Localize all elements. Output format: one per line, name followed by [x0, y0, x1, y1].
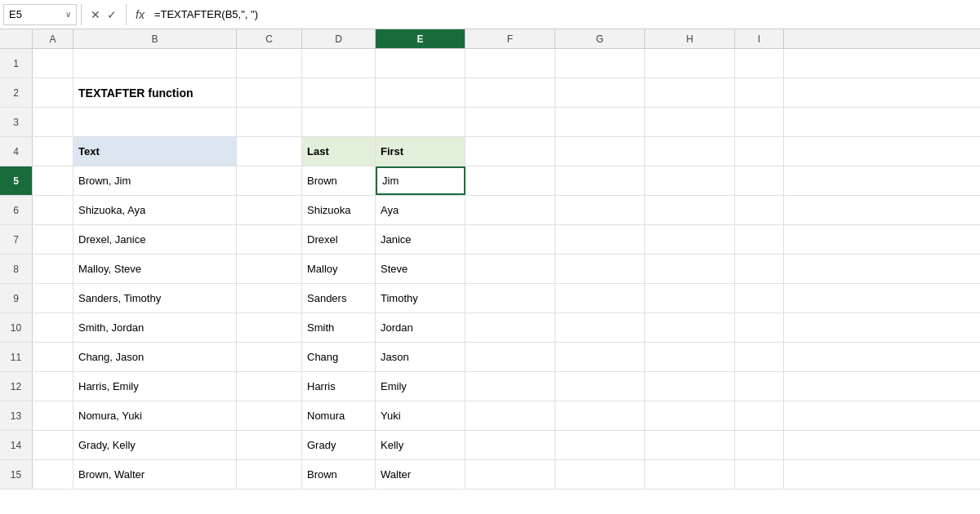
cell-h6[interactable] [645, 196, 735, 224]
cell-g7[interactable] [555, 225, 645, 254]
cell-f6[interactable] [466, 196, 555, 224]
col-header-f[interactable]: F [466, 29, 555, 48]
cell-i5[interactable] [735, 166, 784, 195]
cell-c4[interactable] [237, 137, 302, 166]
cell-e7[interactable]: Janice [376, 225, 466, 254]
cell-d10[interactable]: Smith [302, 313, 376, 342]
cell-a1[interactable] [33, 49, 74, 78]
cell-c7[interactable] [237, 225, 302, 254]
row-header-12[interactable]: 12 [0, 372, 33, 401]
cell-b6[interactable]: Shizuoka, Aya [74, 196, 237, 224]
cell-a14[interactable] [33, 431, 74, 459]
cell-i8[interactable] [735, 255, 784, 283]
row-header-7[interactable]: 7 [0, 225, 33, 254]
cell-i14[interactable] [735, 431, 784, 459]
cell-g13[interactable] [555, 401, 645, 430]
cell-e6[interactable]: Aya [376, 196, 466, 224]
cell-h13[interactable] [645, 401, 735, 430]
cell-f9[interactable] [466, 284, 555, 312]
cell-f2[interactable] [466, 78, 555, 107]
cell-a8[interactable] [33, 255, 74, 283]
col-header-a[interactable]: A [33, 29, 74, 48]
cell-e5[interactable]: Jim [376, 166, 466, 195]
cell-b13[interactable]: Nomura, Yuki [74, 401, 237, 430]
col-header-i[interactable]: I [735, 29, 784, 48]
cell-h1[interactable] [645, 49, 735, 78]
cell-e15[interactable]: Walter [376, 460, 466, 489]
cell-c13[interactable] [237, 401, 302, 430]
cell-d14[interactable]: Grady [302, 431, 376, 459]
col-header-e[interactable]: E [376, 29, 466, 48]
cell-g14[interactable] [555, 431, 645, 459]
cell-h9[interactable] [645, 284, 735, 312]
cell-c9[interactable] [237, 284, 302, 312]
cell-e3[interactable] [376, 108, 466, 136]
cell-b3[interactable] [74, 108, 237, 136]
cell-b8[interactable]: Malloy, Steve [74, 255, 237, 283]
cell-a9[interactable] [33, 284, 74, 312]
col-header-h[interactable]: H [645, 29, 735, 48]
cell-c3[interactable] [237, 108, 302, 136]
cell-g6[interactable] [555, 196, 645, 224]
row-header-11[interactable]: 11 [0, 343, 33, 371]
col-header-c[interactable]: C [237, 29, 302, 48]
cell-a15[interactable] [33, 460, 74, 489]
cell-c2[interactable] [237, 78, 302, 107]
row-header-9[interactable]: 9 [0, 284, 33, 312]
row-header-3[interactable]: 3 [0, 108, 33, 136]
cell-h3[interactable] [645, 108, 735, 136]
cell-i13[interactable] [735, 401, 784, 430]
cell-b4[interactable]: Text [74, 137, 237, 166]
cell-d5[interactable]: Brown [302, 166, 376, 195]
cell-c11[interactable] [237, 343, 302, 371]
cell-i10[interactable] [735, 313, 784, 342]
cell-g15[interactable] [555, 460, 645, 489]
cell-d7[interactable]: Drexel [302, 225, 376, 254]
cell-h7[interactable] [645, 225, 735, 254]
cell-b1[interactable] [74, 49, 237, 78]
row-header-13[interactable]: 13 [0, 401, 33, 430]
cell-g2[interactable] [555, 78, 645, 107]
cell-c10[interactable] [237, 313, 302, 342]
cell-b10[interactable]: Smith, Jordan [74, 313, 237, 342]
cell-i2[interactable] [735, 78, 784, 107]
cell-i6[interactable] [735, 196, 784, 224]
cell-i1[interactable] [735, 49, 784, 78]
cell-c5[interactable] [237, 166, 302, 195]
cell-g10[interactable] [555, 313, 645, 342]
cell-h15[interactable] [645, 460, 735, 489]
cell-a7[interactable] [33, 225, 74, 254]
cell-d11[interactable]: Chang [302, 343, 376, 371]
row-header-14[interactable]: 14 [0, 431, 33, 459]
cell-d9[interactable]: Sanders [302, 284, 376, 312]
row-header-8[interactable]: 8 [0, 255, 33, 283]
cell-f1[interactable] [466, 49, 555, 78]
cell-c6[interactable] [237, 196, 302, 224]
cell-d8[interactable]: Malloy [302, 255, 376, 283]
cell-e13[interactable]: Yuki [376, 401, 466, 430]
cell-b11[interactable]: Chang, Jason [74, 343, 237, 371]
cell-i15[interactable] [735, 460, 784, 489]
cell-h5[interactable] [645, 166, 735, 195]
cell-e10[interactable]: Jordan [376, 313, 466, 342]
cell-h12[interactable] [645, 372, 735, 401]
cell-d4[interactable]: Last [302, 137, 376, 166]
cancel-icon[interactable]: ✕ [89, 8, 102, 21]
cell-g8[interactable] [555, 255, 645, 283]
cell-g11[interactable] [555, 343, 645, 371]
cell-i3[interactable] [735, 108, 784, 136]
col-header-g[interactable]: G [555, 29, 645, 48]
cell-h2[interactable] [645, 78, 735, 107]
cell-b2[interactable]: TEXTAFTER function [74, 78, 237, 107]
cell-a13[interactable] [33, 401, 74, 430]
row-header-2[interactable]: 2 [0, 78, 33, 107]
cell-a6[interactable] [33, 196, 74, 224]
cell-h4[interactable] [645, 137, 735, 166]
cell-d2[interactable] [302, 78, 376, 107]
cell-d13[interactable]: Nomura [302, 401, 376, 430]
cell-a12[interactable] [33, 372, 74, 401]
cell-d3[interactable] [302, 108, 376, 136]
cell-a2[interactable] [33, 78, 74, 107]
cell-i12[interactable] [735, 372, 784, 401]
cell-e2[interactable] [376, 78, 466, 107]
